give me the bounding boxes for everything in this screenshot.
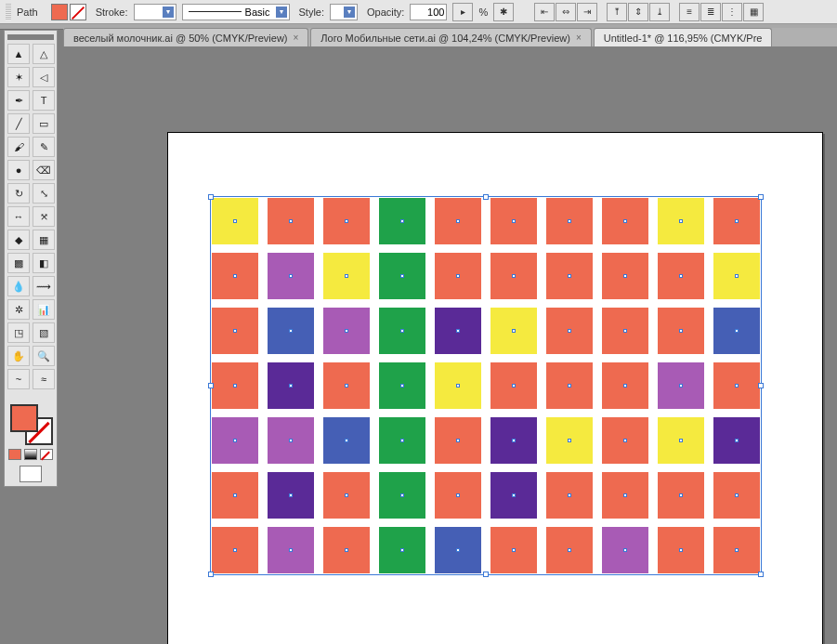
- width-tool[interactable]: ↔: [7, 206, 30, 227]
- align-right-button[interactable]: ⇥: [577, 3, 597, 21]
- pen-tool[interactable]: ✒: [7, 90, 30, 111]
- opacity-input[interactable]: 100: [410, 4, 447, 20]
- stroke-label: Stroke:: [96, 7, 128, 18]
- opacity-label: Opacity:: [367, 7, 404, 18]
- color-mode-button[interactable]: [8, 449, 21, 460]
- stroke-weight-dropdown[interactable]: ▾: [134, 4, 177, 20]
- brush-name: Basic: [245, 7, 270, 18]
- magic-wand-tool[interactable]: ✶: [7, 67, 30, 87]
- extra-tool-b[interactable]: ≈: [33, 369, 55, 389]
- valign-buttons-group: ⤒ ⇕ ⤓: [607, 3, 670, 21]
- blob-brush-tool[interactable]: ●: [7, 160, 30, 180]
- options-bar: Path Stroke: ▾ Basic ▾ Style: ▾ Opacity:…: [0, 0, 837, 24]
- gradient-tool[interactable]: ◧: [33, 253, 55, 273]
- fill-stroke-control[interactable]: [8, 402, 53, 445]
- eyedropper-tool[interactable]: 💧: [7, 276, 30, 296]
- distribute-v-button[interactable]: ≣: [700, 3, 721, 21]
- free-transform-tool[interactable]: ⤧: [33, 206, 55, 227]
- fill-stroke-swatches: [51, 4, 86, 20]
- selection-handle[interactable]: [758, 572, 764, 577]
- canvas-area[interactable]: [63, 46, 837, 644]
- tools-panel-grip[interactable]: [7, 34, 54, 40]
- recolor-artwork-button[interactable]: ✱: [493, 3, 514, 21]
- selection-handle[interactable]: [483, 194, 489, 200]
- close-icon[interactable]: ×: [294, 33, 299, 43]
- align-vcenter-button[interactable]: ⇕: [628, 3, 648, 21]
- tools-panel: ▲△✶◁✒T╱▭🖌✎●⌫↻⤡↔⤧◆▦▩◧💧⟿✲📊◳▧✋🔍~≈: [4, 30, 58, 487]
- lasso-tool[interactable]: ◁: [33, 67, 55, 87]
- artboard-tool[interactable]: ◳: [7, 322, 30, 343]
- align-bottom-button[interactable]: ⤓: [649, 3, 670, 21]
- distribute-h-button[interactable]: ≡: [679, 3, 700, 21]
- align-left-button[interactable]: ⇤: [534, 3, 555, 21]
- direct-selection-tool[interactable]: △: [33, 44, 55, 64]
- pencil-tool[interactable]: ✎: [33, 137, 55, 157]
- selection-handle[interactable]: [208, 572, 214, 577]
- stroke-swatch[interactable]: [70, 4, 86, 20]
- selection-handle[interactable]: [208, 383, 214, 388]
- document-tab-bar: веселый молочник.ai @ 50% (CMYK/Preview)…: [63, 28, 837, 46]
- selection-type-label: Path: [17, 7, 38, 18]
- scale-tool[interactable]: ⤡: [33, 183, 55, 204]
- align-buttons-group: ⇤ ⇔ ⇥: [534, 3, 597, 21]
- selection-handle[interactable]: [758, 194, 764, 200]
- shape-builder-tool[interactable]: ◆: [7, 230, 30, 250]
- perspective-tool[interactable]: ▦: [33, 230, 55, 250]
- style-label: Style:: [299, 7, 325, 18]
- distribute-buttons-group: ≡ ≣ ⋮ ▦: [679, 3, 764, 21]
- fill-mode-row: [7, 449, 54, 460]
- mesh-tool[interactable]: ▩: [7, 253, 30, 273]
- opacity-dropdown-arrow[interactable]: ▸: [452, 3, 473, 21]
- rectangle-tool[interactable]: ▭: [33, 113, 55, 134]
- align-top-button[interactable]: ⤒: [607, 3, 627, 21]
- screen-mode-button[interactable]: [20, 466, 42, 482]
- paintbrush-tool[interactable]: 🖌: [7, 137, 30, 157]
- rotate-tool[interactable]: ↻: [7, 183, 30, 204]
- extra-tool-a[interactable]: ~: [7, 369, 30, 389]
- panel-grip[interactable]: [6, 4, 11, 20]
- symbol-sprayer-tool[interactable]: ✲: [7, 299, 30, 320]
- none-mode-button[interactable]: [40, 449, 53, 460]
- fill-color-box[interactable]: [10, 404, 38, 432]
- graph-tool[interactable]: 📊: [33, 299, 55, 320]
- document-tab[interactable]: веселый молочник.ai @ 50% (CMYK/Preview)…: [63, 28, 308, 46]
- slice-tool[interactable]: ▧: [33, 322, 55, 343]
- tab-label: Untitled-1* @ 116,95% (CMYK/Pre: [604, 33, 763, 44]
- type-tool[interactable]: T: [33, 90, 55, 111]
- transform-button[interactable]: ▦: [743, 3, 764, 21]
- distribute-spacing-button[interactable]: ⋮: [722, 3, 742, 21]
- selection-handle[interactable]: [758, 383, 764, 388]
- selection-bounding-box[interactable]: [210, 196, 762, 575]
- selection-handle[interactable]: [208, 194, 214, 200]
- percent-label: %: [478, 7, 488, 18]
- tab-label: Лого Мобильные сети.ai @ 104,24% (CMYK/P…: [320, 33, 570, 44]
- fill-swatch[interactable]: [51, 4, 68, 20]
- zoom-tool[interactable]: 🔍: [33, 346, 55, 366]
- line-tool[interactable]: ╱: [7, 113, 30, 134]
- eraser-tool[interactable]: ⌫: [33, 160, 55, 180]
- document-tab[interactable]: Лого Мобильные сети.ai @ 104,24% (CMYK/P…: [310, 28, 591, 46]
- brush-preset-dropdown[interactable]: Basic ▾: [182, 4, 290, 20]
- close-icon[interactable]: ×: [576, 33, 582, 43]
- blend-tool[interactable]: ⟿: [33, 276, 55, 296]
- align-hcenter-button[interactable]: ⇔: [556, 3, 576, 21]
- selection-handle[interactable]: [483, 572, 489, 577]
- hand-tool[interactable]: ✋: [7, 346, 30, 366]
- selection-tool[interactable]: ▲: [7, 44, 30, 64]
- document-tab[interactable]: Untitled-1* @ 116,95% (CMYK/Pre: [594, 28, 773, 46]
- graphic-style-dropdown[interactable]: ▾: [330, 4, 358, 20]
- tab-label: веселый молочник.ai @ 50% (CMYK/Preview): [73, 33, 288, 44]
- gradient-mode-button[interactable]: [24, 449, 37, 460]
